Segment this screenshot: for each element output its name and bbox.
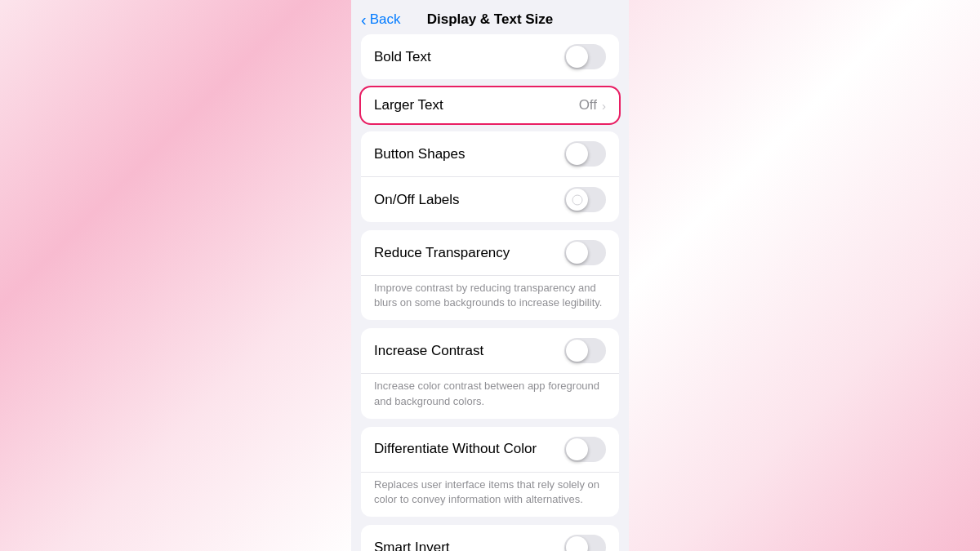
differentiate-color-row[interactable]: Differentiate Without Color — [361, 427, 619, 473]
increase-contrast-row[interactable]: Increase Contrast — [361, 328, 619, 374]
back-label: Back — [370, 11, 401, 28]
bold-text-label: Bold Text — [374, 49, 431, 65]
bold-text-toggle[interactable] — [564, 44, 606, 69]
differentiate-color-description: Replaces user interface items that rely … — [361, 473, 619, 517]
bold-text-section: Bold Text — [361, 34, 619, 79]
header: ‹ Back Display & Text Size — [351, 0, 629, 34]
page-title: Display & Text Size — [427, 11, 554, 28]
reduce-transparency-section: Reduce Transparency Improve contrast by … — [361, 230, 619, 320]
smart-invert-section: Smart Invert Smart Invert reverses the c… — [361, 525, 619, 551]
bold-text-row[interactable]: Bold Text — [361, 34, 619, 79]
differentiate-color-toggle[interactable] — [564, 437, 606, 462]
reduce-transparency-toggle-thumb — [566, 242, 588, 264]
larger-text-section: Larger Text Off › — [361, 87, 619, 123]
reduce-transparency-label: Reduce Transparency — [374, 245, 510, 261]
back-button[interactable]: ‹ Back — [361, 11, 400, 28]
shapes-labels-section: Button Shapes On/Off Labels — [361, 131, 619, 222]
increase-contrast-toggle[interactable] — [564, 338, 606, 363]
on-off-labels-toggle-thumb — [566, 189, 588, 211]
phone-frame: ‹ Back Display & Text Size Bold Text Lar… — [351, 0, 629, 551]
differentiate-color-section: Differentiate Without Color Replaces use… — [361, 427, 619, 517]
smart-invert-toggle[interactable] — [564, 535, 606, 551]
back-chevron-icon: ‹ — [361, 11, 367, 28]
button-shapes-row[interactable]: Button Shapes — [361, 131, 619, 177]
larger-text-chevron-icon: › — [602, 99, 606, 113]
button-shapes-toggle[interactable] — [564, 141, 606, 167]
differentiate-color-label: Differentiate Without Color — [374, 441, 537, 457]
on-off-labels-toggle[interactable] — [564, 187, 606, 212]
reduce-transparency-row[interactable]: Reduce Transparency — [361, 230, 619, 276]
on-off-labels-label: On/Off Labels — [374, 192, 460, 208]
larger-text-right: Off › — [579, 97, 606, 113]
reduce-transparency-description: Improve contrast by reducing transparenc… — [361, 276, 619, 320]
increase-contrast-label: Increase Contrast — [374, 343, 483, 359]
larger-text-value: Off — [579, 97, 597, 113]
smart-invert-toggle-thumb — [566, 536, 588, 551]
on-off-labels-row[interactable]: On/Off Labels — [361, 177, 619, 222]
button-shapes-toggle-thumb — [566, 143, 588, 165]
increase-contrast-section: Increase Contrast Increase color contras… — [361, 328, 619, 418]
reduce-transparency-toggle[interactable] — [564, 240, 606, 265]
larger-text-label: Larger Text — [374, 97, 443, 113]
bold-text-toggle-thumb — [566, 46, 588, 68]
larger-text-row[interactable]: Larger Text Off › — [361, 87, 619, 123]
differentiate-color-toggle-thumb — [566, 438, 588, 460]
smart-invert-label: Smart Invert — [374, 540, 450, 551]
settings-list: Bold Text Larger Text Off › Button Shape… — [351, 34, 629, 551]
button-shapes-label: Button Shapes — [374, 146, 466, 162]
smart-invert-row[interactable]: Smart Invert — [361, 525, 619, 551]
increase-contrast-toggle-thumb — [566, 340, 588, 362]
increase-contrast-description: Increase color contrast between app fore… — [361, 374, 619, 418]
